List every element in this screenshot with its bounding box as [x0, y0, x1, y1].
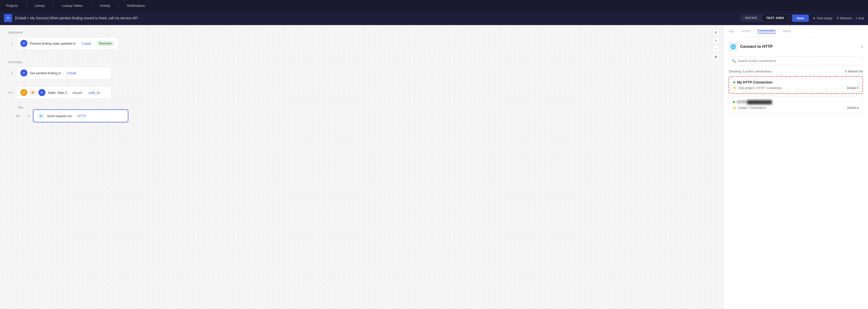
cobalt-link-1[interactable]: Cobalt: [82, 42, 91, 45]
search-input[interactable]: [728, 56, 863, 65]
panel-header: 🌐 Connect to HTTP ×: [728, 42, 863, 51]
toolbar: ≡ [Cobalt > My Service] When pentest fin…: [0, 11, 868, 25]
exit-button[interactable]: × Exit: [856, 16, 864, 20]
step-row-1: 1 ⟳ Pentest finding state updated in Cob…: [8, 37, 715, 50]
chevron-down-icon-2: ▾: [857, 106, 859, 110]
search-box: 🔍: [728, 56, 863, 65]
status-dot-2: [733, 101, 735, 103]
star-icon: ✦: [813, 16, 815, 20]
step-card-1[interactable]: ⟳ Pentest finding state updated in Cobal…: [16, 37, 118, 50]
connections-count: Showing 3 active connections: [728, 69, 772, 73]
tab-test-jobs[interactable]: TEST JOBS: [762, 15, 788, 21]
test-recipe-button[interactable]: ✦ Test recipe: [813, 16, 832, 20]
nav-library[interactable]: Library: [35, 4, 45, 7]
step-icon-3b: ⟳: [38, 89, 45, 96]
step-text-1: Pentest finding state updated in: [30, 42, 75, 45]
canvas-fit-btn[interactable]: ⊕: [712, 53, 719, 60]
connection-card-http2[interactable]: HTTP ██████████ 📁 Cobalt / Connections D…: [728, 96, 863, 113]
nav-notifications[interactable]: Notifications: [127, 4, 145, 7]
panel-step-connection[interactable]: Connection: [757, 29, 776, 33]
http-link-4[interactable]: HTTP: [78, 114, 86, 118]
step-card-3[interactable]: ⇄ IF ⟳ State Step 2 equals valid_fix: [16, 86, 112, 99]
refresh-icon: ↺: [836, 16, 839, 20]
step-condition-text: State Step 2: [48, 91, 67, 95]
connection-name-2: HTTP ██████████: [737, 100, 772, 104]
no-label: No: [16, 114, 20, 117]
connector-yes: [19, 101, 20, 106]
step-icon-2: ⟳: [20, 69, 27, 76]
connection-path-text-1: Test project / HTTP / Connection: [738, 86, 782, 90]
tab-recipe[interactable]: RECIPE: [741, 15, 762, 21]
tab-group: RECIPE TEST JOBS: [740, 14, 789, 22]
step-icon-1: ⟳: [20, 40, 27, 47]
if-badge: IF: [30, 90, 36, 95]
step-num-1: 1: [8, 42, 13, 45]
step-icon-3: ⇄: [20, 89, 27, 96]
canvas-controls: ↺ + − ⊕: [712, 29, 719, 60]
panel-title-row: 🌐 Connect to HTTP: [728, 42, 773, 51]
connection-path-2: 📁 Cobalt / Connections: [733, 106, 766, 110]
step-text-2: Get pentest finding in: [30, 71, 61, 75]
panel-title: Connect to HTTP: [740, 44, 773, 49]
step-text-4: Send request via: [47, 114, 71, 118]
refresh-list-icon: ↺: [844, 70, 847, 73]
details-button-1[interactable]: Details ▾: [847, 86, 859, 90]
details-label-1: Details: [847, 86, 856, 90]
save-button[interactable]: Save: [792, 14, 809, 22]
nav-activity[interactable]: Activity: [100, 4, 110, 7]
trigger-label: TRIGGER: [8, 31, 715, 34]
steps-header: App → Action → Connection → Setup: [723, 25, 868, 37]
folder-icon-2: 📁: [733, 106, 737, 110]
panel-close-button[interactable]: ×: [860, 44, 863, 49]
details-button-2[interactable]: Details ▾: [847, 106, 859, 110]
connection-path-1: 📁 Test project / HTTP / Connection: [733, 86, 782, 90]
step-row-4: No 4 ⊞ Send request via HTTP: [16, 109, 715, 123]
connection-path-row-2: 📁 Cobalt / Connections Details ▾: [733, 106, 859, 110]
toolbar-actions: Save ✦ Test recipe ↺ Refresh × Exit: [792, 14, 864, 22]
close-icon: ×: [856, 16, 858, 20]
connection-path-row-1: 📁 Test project / HTTP / Connection Detai…: [733, 86, 859, 90]
nav-projects[interactable]: Projects: [6, 4, 18, 7]
connection-card-my-http[interactable]: My HTTP Connection 📁 Test project / HTTP…: [728, 76, 863, 94]
search-icon: 🔍: [732, 59, 736, 63]
connection-name-row-1: My HTTP Connection: [733, 80, 859, 84]
step-row-3: ▾ 3 ⇄ IF ⟳ State Step 2 equals valid_fix: [8, 86, 715, 99]
arrow-1: →: [736, 29, 739, 33]
recipe-canvas[interactable]: ↺ + − ⊕ TRIGGER 1 ⟳ Pentest finding stat…: [0, 25, 723, 309]
cobalt-link-2[interactable]: Cobalt: [67, 71, 76, 75]
refresh-list-label: Refresh list: [848, 70, 863, 73]
recipe-icon: ≡: [4, 14, 12, 22]
step-num-2: 2: [8, 71, 13, 75]
step-card-2[interactable]: ⟳ Get pentest finding in Cobalt: [16, 67, 112, 79]
yes-label: Yes: [18, 106, 23, 109]
canvas-zoom-out-btn[interactable]: −: [712, 45, 719, 52]
step-card-4[interactable]: ⊞ Send request via HTTP: [33, 109, 128, 123]
panel-step-setup[interactable]: Setup: [783, 29, 791, 33]
folder-icon-1: 📁: [733, 86, 737, 90]
connections-header: Showing 3 active connections ↺ Refresh l…: [728, 69, 863, 73]
arrow-2: →: [752, 29, 755, 33]
actions-label: ACTIONS: [8, 61, 715, 64]
refresh-button[interactable]: ↺ Refresh: [836, 16, 852, 20]
main-layout: ↺ + − ⊕ TRIGGER 1 ⟳ Pentest finding stat…: [0, 25, 868, 309]
connection-path-text-2: Cobalt / Connections: [738, 106, 766, 110]
details-label-2: Details: [847, 106, 857, 110]
top-navigation: Projects | Library | Lookup Tables | Act…: [0, 0, 868, 11]
right-panel: App → Action → Connection → Setup 🌐 Conn…: [723, 25, 868, 309]
step-icon-4: ⊞: [37, 112, 44, 119]
nav-lookup-tables[interactable]: Lookup Tables: [62, 4, 83, 7]
step-num-4: 4: [25, 114, 30, 118]
yes-branch: Yes: [16, 101, 23, 109]
realtime-badge: Real-time: [97, 41, 114, 46]
canvas-reset-btn[interactable]: ↺: [712, 29, 719, 36]
recipe-title: [Cobalt > My Service] When pentest findi…: [15, 16, 737, 20]
panel-step-app[interactable]: App: [728, 29, 734, 33]
branch-container: Yes: [16, 101, 715, 109]
equals-text: equals: [73, 91, 82, 95]
panel-step-action[interactable]: Action: [741, 29, 750, 33]
status-dot-1: [733, 81, 735, 83]
chevron-down-icon-1: ▾: [857, 86, 859, 90]
canvas-zoom-in-btn[interactable]: +: [712, 37, 719, 44]
refresh-list-button[interactable]: ↺ Refresh list: [844, 70, 863, 73]
panel-content: 🌐 Connect to HTTP × 🔍 Showing 3 active c…: [723, 37, 868, 309]
